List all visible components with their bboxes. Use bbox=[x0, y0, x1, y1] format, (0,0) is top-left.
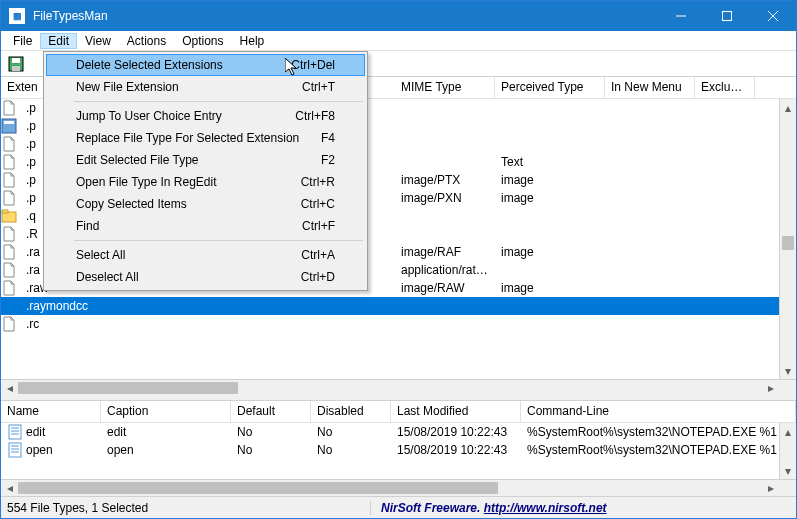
menu-item-label: Copy Selected Items bbox=[76, 197, 301, 211]
menu-item-label: Select All bbox=[76, 248, 301, 262]
statusbar: 554 File Types, 1 Selected NirSoft Freew… bbox=[1, 496, 796, 518]
scroll-right-icon[interactable]: ▸ bbox=[762, 480, 779, 496]
col-extension[interactable]: Exten bbox=[1, 77, 45, 98]
cell-extension: .p bbox=[20, 155, 42, 169]
app-icon: ▦ bbox=[9, 8, 25, 24]
menu-item-replace-file-type-for-selected-extension[interactable]: Replace File Type For Selected Extension… bbox=[46, 127, 365, 149]
table-row[interactable]: editeditNoNo15/08/2019 10:22:43%SystemRo… bbox=[1, 423, 796, 441]
app-title: FileTypesMan bbox=[33, 9, 108, 23]
menu-item-select-all[interactable]: Select AllCtrl+A bbox=[46, 244, 365, 266]
scroll-left-icon[interactable]: ◂ bbox=[1, 480, 18, 496]
cell-command-line: %SystemRoot%\system32\NOTEPAD.EXE %1 bbox=[521, 443, 796, 457]
window-controls bbox=[658, 1, 796, 31]
col-perceived[interactable]: Perceived Type bbox=[495, 77, 605, 98]
col-command-line[interactable]: Command-Line bbox=[521, 401, 796, 422]
menu-item-new-file-extension[interactable]: New File ExtensionCtrl+T bbox=[46, 76, 365, 98]
maximize-button[interactable] bbox=[704, 1, 750, 31]
scroll-left-icon[interactable]: ◂ bbox=[1, 380, 18, 396]
actions-grid-body[interactable]: ▴ ▾ editeditNoNo15/08/2019 10:22:43%Syst… bbox=[1, 423, 796, 479]
table-row[interactable]: .raymondcc bbox=[1, 297, 796, 315]
notepad-icon bbox=[7, 424, 23, 440]
cell-command-line: %SystemRoot%\system32\NOTEPAD.EXE %1 bbox=[521, 425, 796, 439]
menu-item-shortcut: Ctrl+C bbox=[301, 197, 335, 211]
menu-options[interactable]: Options bbox=[174, 33, 231, 49]
col-excluded[interactable]: Excluded bbox=[695, 77, 755, 98]
horizontal-scrollbar[interactable]: ◂ ▸ bbox=[1, 379, 796, 396]
file-icon bbox=[1, 190, 17, 206]
status-link-area: NirSoft Freeware. http://www.nirsoft.net bbox=[371, 501, 796, 515]
menu-item-label: Replace File Type For Selected Extension bbox=[76, 131, 321, 145]
cell-caption: open bbox=[101, 443, 231, 457]
scroll-up-icon[interactable]: ▴ bbox=[780, 99, 796, 116]
col-mime[interactable]: MIME Type bbox=[395, 77, 495, 98]
col-default[interactable]: Default bbox=[231, 401, 311, 422]
cell-extension: .p bbox=[20, 191, 42, 205]
file-icon bbox=[1, 280, 17, 296]
menu-item-edit-selected-file-type[interactable]: Edit Selected File TypeF2 bbox=[46, 149, 365, 171]
file-icon bbox=[1, 316, 17, 332]
file-icon bbox=[1, 136, 17, 152]
file-icon bbox=[1, 226, 17, 242]
menu-edit[interactable]: Edit bbox=[40, 33, 77, 49]
scroll-up-icon[interactable]: ▴ bbox=[780, 423, 796, 440]
col-last-modified[interactable]: Last Modified bbox=[391, 401, 521, 422]
menu-item-delete-selected-extensions[interactable]: Delete Selected ExtensionsCtrl+Del bbox=[46, 54, 365, 76]
menu-view[interactable]: View bbox=[77, 33, 119, 49]
svg-rect-11 bbox=[9, 425, 21, 439]
scroll-right-icon[interactable]: ▸ bbox=[762, 380, 779, 396]
svg-rect-5 bbox=[12, 58, 20, 63]
col-disabled[interactable]: Disabled bbox=[311, 401, 391, 422]
menu-item-open-file-type-in-regedit[interactable]: Open File Type In RegEditCtrl+R bbox=[46, 171, 365, 193]
menu-item-find[interactable]: FindCtrl+F bbox=[46, 215, 365, 237]
vertical-scrollbar-bottom[interactable]: ▴ ▾ bbox=[779, 423, 796, 479]
menu-item-shortcut: Ctrl+R bbox=[301, 175, 335, 189]
cell-extension: .raymondcc bbox=[20, 299, 94, 313]
edit-menu-dropdown: Delete Selected ExtensionsCtrl+DelNew Fi… bbox=[43, 51, 368, 291]
cell-perceived: Text bbox=[495, 155, 605, 169]
cell-default: No bbox=[231, 443, 311, 457]
table-row[interactable] bbox=[1, 333, 796, 341]
menu-item-deselect-all[interactable]: Deselect AllCtrl+D bbox=[46, 266, 365, 288]
cell-extension: .q bbox=[20, 209, 42, 223]
cell-name: open bbox=[1, 442, 101, 458]
close-button[interactable] bbox=[750, 1, 796, 31]
menu-item-label: Deselect All bbox=[76, 270, 301, 284]
vertical-scrollbar[interactable]: ▴ ▾ bbox=[779, 99, 796, 379]
menu-item-label: Delete Selected Extensions bbox=[76, 58, 291, 72]
titlebar: ▦ FileTypesMan bbox=[1, 1, 796, 31]
col-in-new-menu[interactable]: In New Menu bbox=[605, 77, 695, 98]
cell-perceived: image bbox=[495, 191, 605, 205]
table-row[interactable]: openopenNoNo15/08/2019 10:22:43%SystemRo… bbox=[1, 441, 796, 459]
cell-perceived: image bbox=[495, 245, 605, 259]
cell-extension: .p bbox=[20, 119, 42, 133]
menu-item-shortcut: Ctrl+D bbox=[301, 270, 335, 284]
col-name[interactable]: Name bbox=[1, 401, 101, 422]
menu-item-label: New File Extension bbox=[76, 80, 302, 94]
file-icon bbox=[1, 154, 17, 170]
menu-separator bbox=[74, 240, 363, 241]
menu-item-shortcut: F4 bbox=[321, 131, 335, 145]
col-caption[interactable]: Caption bbox=[101, 401, 231, 422]
menu-actions[interactable]: Actions bbox=[119, 33, 174, 49]
horizontal-scrollbar-bottom[interactable]: ◂ ▸ bbox=[1, 479, 796, 496]
save-button[interactable] bbox=[5, 53, 27, 75]
menu-item-shortcut: F2 bbox=[321, 153, 335, 167]
scroll-down-icon[interactable]: ▾ bbox=[780, 362, 796, 379]
menu-item-label: Edit Selected File Type bbox=[76, 153, 321, 167]
menu-file[interactable]: File bbox=[5, 33, 40, 49]
menu-item-copy-selected-items[interactable]: Copy Selected ItemsCtrl+C bbox=[46, 193, 365, 215]
file-icon bbox=[1, 100, 17, 116]
cell-mime: image/PXN bbox=[395, 191, 495, 205]
cell-extension: .p bbox=[20, 137, 42, 151]
table-row[interactable]: .rc bbox=[1, 315, 796, 333]
minimize-button[interactable] bbox=[658, 1, 704, 31]
scroll-down-icon[interactable]: ▾ bbox=[780, 462, 796, 479]
menu-help[interactable]: Help bbox=[232, 33, 273, 49]
menu-separator bbox=[74, 101, 363, 102]
status-link[interactable]: http://www.nirsoft.net bbox=[484, 501, 607, 515]
file-icon bbox=[1, 172, 17, 188]
menu-item-jump-to-user-choice-entry[interactable]: Jump To User Choice EntryCtrl+F8 bbox=[46, 105, 365, 127]
svg-rect-15 bbox=[9, 443, 21, 457]
cell-mime: image/RAF bbox=[395, 245, 495, 259]
actions-grid-header: Name Caption Default Disabled Last Modif… bbox=[1, 401, 796, 423]
